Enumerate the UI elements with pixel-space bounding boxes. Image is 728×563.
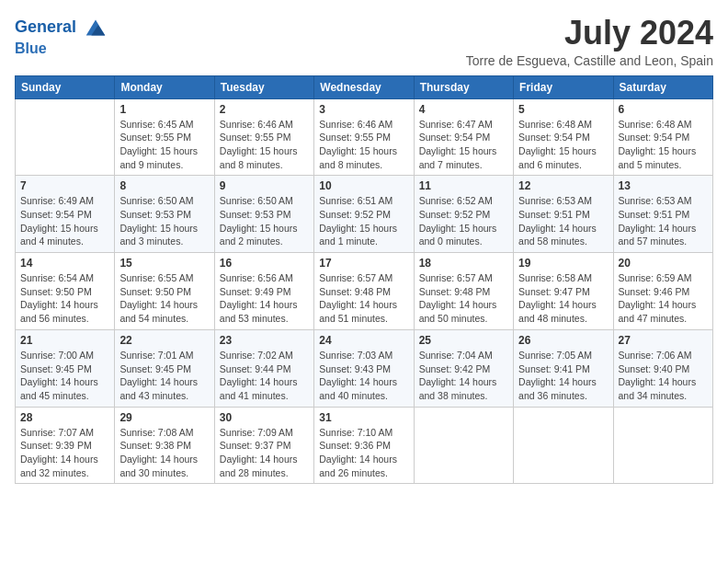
calendar-cell: 18Sunrise: 6:57 AM Sunset: 9:48 PM Dayli…: [414, 253, 513, 330]
logo-blue-text: Blue: [15, 40, 108, 57]
calendar-cell: 17Sunrise: 6:57 AM Sunset: 9:48 PM Dayli…: [314, 253, 414, 330]
day-info: Sunrise: 6:46 AM Sunset: 9:55 PM Dayligh…: [319, 118, 408, 172]
calendar-cell: 19Sunrise: 6:58 AM Sunset: 9:47 PM Dayli…: [514, 253, 613, 330]
calendar-cell: 14Sunrise: 6:54 AM Sunset: 9:50 PM Dayli…: [16, 253, 115, 330]
day-number: 25: [419, 334, 508, 347]
day-number: 16: [220, 257, 309, 270]
logo-icon: [83, 15, 108, 40]
calendar-cell: 31Sunrise: 7:10 AM Sunset: 9:36 PM Dayli…: [314, 407, 414, 484]
weekday-header-tuesday: Tuesday: [214, 75, 313, 98]
weekday-header-monday: Monday: [115, 75, 214, 98]
calendar-week-row: 1Sunrise: 6:45 AM Sunset: 9:55 PM Daylig…: [16, 98, 713, 176]
weekday-header-thursday: Thursday: [414, 75, 513, 98]
calendar-cell: 24Sunrise: 7:03 AM Sunset: 9:43 PM Dayli…: [314, 329, 414, 407]
calendar-cell: 1Sunrise: 6:45 AM Sunset: 9:55 PM Daylig…: [115, 98, 214, 176]
day-info: Sunrise: 6:45 AM Sunset: 9:55 PM Dayligh…: [119, 118, 209, 172]
day-info: Sunrise: 6:46 AM Sunset: 9:55 PM Dayligh…: [220, 118, 309, 172]
day-number: 29: [119, 411, 209, 424]
day-info: Sunrise: 7:05 AM Sunset: 9:41 PM Dayligh…: [518, 349, 608, 403]
calendar-cell: 10Sunrise: 6:51 AM Sunset: 9:52 PM Dayli…: [314, 176, 414, 253]
day-info: Sunrise: 6:51 AM Sunset: 9:52 PM Dayligh…: [319, 194, 408, 248]
calendar-cell: 21Sunrise: 7:00 AM Sunset: 9:45 PM Dayli…: [16, 329, 115, 407]
day-number: 10: [319, 179, 408, 192]
weekday-header-row: SundayMondayTuesdayWednesdayThursdayFrid…: [16, 75, 713, 98]
calendar-cell: 2Sunrise: 6:46 AM Sunset: 9:55 PM Daylig…: [214, 98, 313, 176]
calendar-cell: 4Sunrise: 6:47 AM Sunset: 9:54 PM Daylig…: [414, 98, 513, 176]
day-info: Sunrise: 7:04 AM Sunset: 9:42 PM Dayligh…: [419, 349, 508, 403]
day-number: 17: [319, 257, 408, 270]
calendar-cell: 11Sunrise: 6:52 AM Sunset: 9:52 PM Dayli…: [414, 176, 513, 253]
day-number: 20: [619, 257, 708, 270]
day-info: Sunrise: 7:03 AM Sunset: 9:43 PM Dayligh…: [319, 349, 408, 403]
day-info: Sunrise: 6:54 AM Sunset: 9:50 PM Dayligh…: [20, 271, 109, 326]
day-number: 27: [619, 334, 708, 347]
calendar-cell: 13Sunrise: 6:53 AM Sunset: 9:51 PM Dayli…: [613, 176, 712, 253]
day-number: 7: [20, 179, 109, 192]
day-info: Sunrise: 6:53 AM Sunset: 9:51 PM Dayligh…: [518, 194, 608, 248]
day-number: 22: [119, 334, 209, 347]
calendar-cell: [613, 407, 712, 484]
day-number: 1: [119, 103, 209, 116]
day-number: 21: [20, 334, 109, 347]
day-number: 11: [419, 179, 508, 192]
day-info: Sunrise: 7:07 AM Sunset: 9:39 PM Dayligh…: [20, 426, 109, 480]
day-info: Sunrise: 7:09 AM Sunset: 9:37 PM Dayligh…: [220, 426, 309, 480]
calendar-cell: 30Sunrise: 7:09 AM Sunset: 9:37 PM Dayli…: [214, 407, 313, 484]
day-number: 14: [20, 257, 109, 270]
calendar-cell: [414, 407, 513, 484]
calendar-cell: 26Sunrise: 7:05 AM Sunset: 9:41 PM Dayli…: [514, 329, 613, 407]
logo-text: General: [15, 15, 108, 40]
calendar-cell: 27Sunrise: 7:06 AM Sunset: 9:40 PM Dayli…: [613, 329, 712, 407]
day-number: 30: [220, 411, 309, 424]
calendar-cell: 22Sunrise: 7:01 AM Sunset: 9:45 PM Dayli…: [115, 329, 214, 407]
day-info: Sunrise: 6:48 AM Sunset: 9:54 PM Dayligh…: [619, 118, 708, 172]
day-number: 9: [220, 179, 309, 192]
day-number: 3: [319, 103, 408, 116]
day-info: Sunrise: 6:57 AM Sunset: 9:48 PM Dayligh…: [319, 271, 408, 326]
day-number: 6: [619, 103, 708, 116]
day-info: Sunrise: 7:02 AM Sunset: 9:44 PM Dayligh…: [220, 349, 309, 403]
day-info: Sunrise: 6:58 AM Sunset: 9:47 PM Dayligh…: [518, 271, 608, 326]
day-info: Sunrise: 6:50 AM Sunset: 9:53 PM Dayligh…: [220, 194, 309, 248]
calendar-cell: 7Sunrise: 6:49 AM Sunset: 9:54 PM Daylig…: [16, 176, 115, 253]
calendar-cell: 9Sunrise: 6:50 AM Sunset: 9:53 PM Daylig…: [214, 176, 313, 253]
calendar-cell: 23Sunrise: 7:02 AM Sunset: 9:44 PM Dayli…: [214, 329, 313, 407]
day-info: Sunrise: 6:55 AM Sunset: 9:50 PM Dayligh…: [119, 271, 209, 326]
day-number: 4: [419, 103, 508, 116]
calendar-cell: 8Sunrise: 6:50 AM Sunset: 9:53 PM Daylig…: [115, 176, 214, 253]
day-number: 2: [220, 103, 309, 116]
calendar-week-row: 21Sunrise: 7:00 AM Sunset: 9:45 PM Dayli…: [16, 329, 713, 407]
day-number: 12: [518, 179, 608, 192]
day-number: 18: [419, 257, 508, 270]
calendar-cell: 5Sunrise: 6:48 AM Sunset: 9:54 PM Daylig…: [514, 98, 613, 176]
calendar-cell: 25Sunrise: 7:04 AM Sunset: 9:42 PM Dayli…: [414, 329, 513, 407]
calendar-cell: 16Sunrise: 6:56 AM Sunset: 9:49 PM Dayli…: [214, 253, 313, 330]
day-info: Sunrise: 6:56 AM Sunset: 9:49 PM Dayligh…: [220, 271, 309, 326]
calendar-cell: 12Sunrise: 6:53 AM Sunset: 9:51 PM Dayli…: [514, 176, 613, 253]
day-number: 13: [619, 179, 708, 192]
month-title: July 2024: [466, 15, 713, 52]
day-info: Sunrise: 6:50 AM Sunset: 9:53 PM Dayligh…: [119, 194, 209, 248]
location: Torre de Esgueva, Castille and Leon, Spa…: [466, 53, 713, 68]
day-number: 28: [20, 411, 109, 424]
day-info: Sunrise: 7:10 AM Sunset: 9:36 PM Dayligh…: [319, 426, 408, 480]
calendar-cell: 20Sunrise: 6:59 AM Sunset: 9:46 PM Dayli…: [613, 253, 712, 330]
weekday-header-wednesday: Wednesday: [314, 75, 414, 98]
logo: General Blue: [15, 15, 108, 57]
page-header: General Blue July 2024 Torre de Esgueva,…: [15, 15, 713, 68]
day-info: Sunrise: 6:49 AM Sunset: 9:54 PM Dayligh…: [20, 194, 109, 248]
day-number: 5: [518, 103, 608, 116]
weekday-header-friday: Friday: [514, 75, 613, 98]
day-number: 24: [319, 334, 408, 347]
day-number: 8: [119, 179, 209, 192]
day-number: 19: [518, 257, 608, 270]
day-info: Sunrise: 7:00 AM Sunset: 9:45 PM Dayligh…: [20, 349, 109, 403]
calendar-cell: [16, 98, 115, 176]
day-info: Sunrise: 6:47 AM Sunset: 9:54 PM Dayligh…: [419, 118, 508, 172]
day-info: Sunrise: 6:52 AM Sunset: 9:52 PM Dayligh…: [419, 194, 508, 248]
weekday-header-saturday: Saturday: [613, 75, 712, 98]
calendar-cell: 3Sunrise: 6:46 AM Sunset: 9:55 PM Daylig…: [314, 98, 414, 176]
day-number: 31: [319, 411, 408, 424]
day-number: 23: [220, 334, 309, 347]
calendar-week-row: 7Sunrise: 6:49 AM Sunset: 9:54 PM Daylig…: [16, 176, 713, 253]
